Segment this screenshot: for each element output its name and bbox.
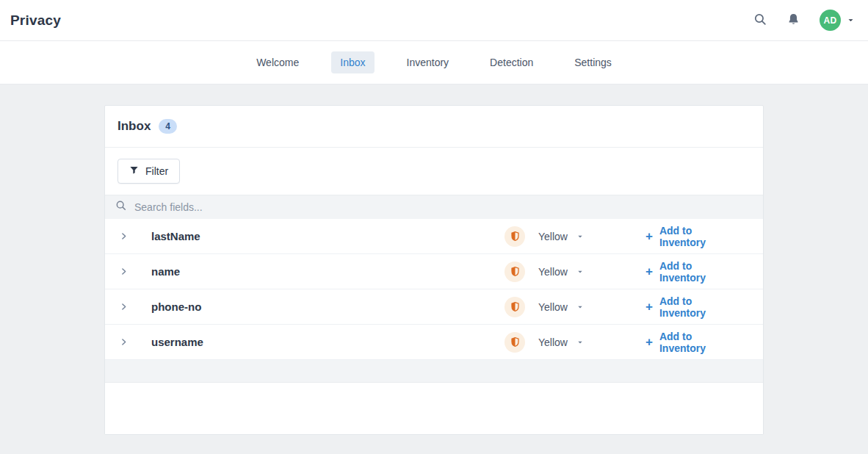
table-row: lastName Yellow + Add to Inventory	[105, 219, 763, 254]
chevron-right-icon[interactable]	[119, 267, 151, 276]
classification-select[interactable]: Yellow	[538, 336, 584, 348]
shield-icon	[504, 332, 525, 353]
inbox-card: Inbox 4 Filter lastName	[104, 105, 764, 435]
field-name: name	[151, 265, 504, 278]
search-fields-input[interactable]	[134, 201, 502, 213]
tab-inventory[interactable]: Inventory	[398, 51, 458, 73]
card-footer	[105, 383, 763, 434]
inbox-count-badge: 4	[159, 119, 177, 134]
add-to-inventory-label: Add to Inventory	[659, 331, 734, 354]
add-to-inventory-button[interactable]: + Add to Inventory	[645, 225, 734, 248]
chevron-right-icon[interactable]	[119, 231, 151, 241]
field-name: lastName	[151, 230, 504, 242]
app-header: Privacy AD	[0, 0, 868, 41]
caret-down-icon	[576, 266, 584, 278]
shield-icon	[504, 226, 525, 247]
search-icon	[753, 12, 767, 29]
caret-down-icon	[847, 14, 855, 27]
tab-inbox[interactable]: Inbox	[331, 51, 374, 73]
table-footer-strip	[105, 360, 763, 383]
classification-value: Yellow	[538, 301, 568, 313]
classification-value: Yellow	[538, 336, 568, 348]
notifications-button[interactable]	[786, 12, 800, 29]
header-actions: AD	[753, 10, 855, 31]
classification-select[interactable]: Yellow	[538, 301, 584, 313]
plus-icon: +	[645, 336, 653, 348]
add-to-inventory-label: Add to Inventory	[659, 260, 734, 284]
caret-down-icon	[576, 301, 584, 313]
user-menu[interactable]: AD	[820, 10, 855, 31]
app-title: Privacy	[10, 12, 61, 29]
filter-bar: Filter	[105, 148, 763, 195]
add-to-inventory-label: Add to Inventory	[659, 225, 734, 248]
search-fields-bar	[105, 195, 763, 219]
add-to-inventory-button[interactable]: + Add to Inventory	[645, 260, 734, 284]
classification-select[interactable]: Yellow	[538, 266, 584, 278]
add-to-inventory-button[interactable]: + Add to Inventory	[645, 295, 734, 319]
tab-settings[interactable]: Settings	[565, 51, 621, 73]
filter-button[interactable]: Filter	[117, 159, 180, 184]
table-row: phone-no Yellow + Add to Inventory	[105, 289, 763, 325]
inbox-card-header: Inbox 4	[105, 106, 763, 148]
classification-select[interactable]: Yellow	[538, 231, 584, 242]
caret-down-icon	[576, 336, 584, 348]
shield-icon	[504, 297, 525, 317]
caret-down-icon	[576, 231, 584, 242]
add-to-inventory-button[interactable]: + Add to Inventory	[645, 331, 734, 354]
search-button[interactable]	[753, 12, 767, 29]
field-name: phone-no	[151, 300, 504, 313]
inbox-title: Inbox	[117, 119, 151, 134]
classification-value: Yellow	[538, 231, 568, 242]
funnel-icon	[129, 165, 139, 177]
field-name: username	[151, 336, 504, 348]
table-row: name Yellow + Add to Inventory	[105, 254, 763, 289]
plus-icon: +	[645, 265, 653, 278]
chevron-right-icon[interactable]	[119, 337, 151, 347]
plus-icon: +	[645, 300, 653, 313]
tab-detection[interactable]: Detection	[481, 51, 542, 73]
avatar: AD	[820, 10, 841, 31]
add-to-inventory-label: Add to Inventory	[659, 295, 734, 319]
tab-welcome[interactable]: Welcome	[247, 51, 308, 73]
shield-icon	[504, 262, 525, 282]
classification-value: Yellow	[538, 266, 568, 278]
chevron-right-icon[interactable]	[119, 302, 151, 311]
plus-icon: +	[645, 230, 653, 242]
bell-icon	[786, 12, 800, 29]
table-row: username Yellow + Add to Inventory	[105, 325, 763, 360]
filter-button-label: Filter	[145, 165, 168, 177]
main-nav: Welcome Inbox Inventory Detection Settin…	[0, 41, 868, 84]
search-icon	[115, 200, 127, 215]
